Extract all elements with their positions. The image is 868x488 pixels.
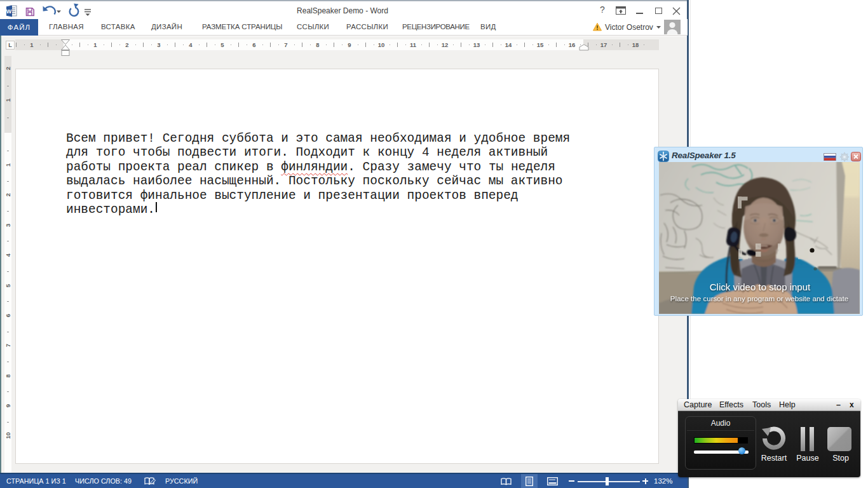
- svg-text:Click video to stop input: Click video to stop input: [710, 281, 811, 292]
- svg-text:W: W: [6, 8, 12, 15]
- svg-text:Place the cursor in any progra: Place the cursor in any program or websi…: [670, 294, 848, 302]
